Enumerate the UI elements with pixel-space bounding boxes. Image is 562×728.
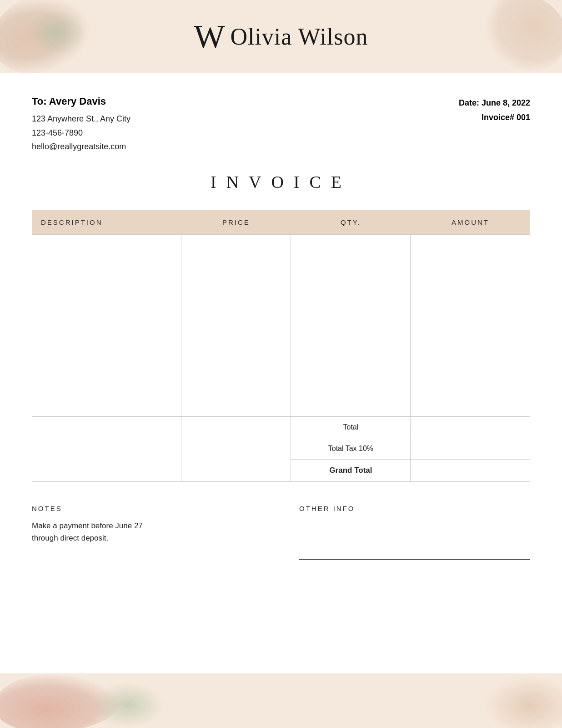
footer-watercolor-green	[91, 682, 164, 728]
page-header: W Olivia Wilson	[0, 0, 562, 73]
billing-to: To: Avery Davis 123 Anywhere St., Any Ci…	[32, 96, 130, 154]
invoice-number: Invoice# 001	[459, 110, 530, 125]
notes-text-line2: through direct deposit.	[32, 532, 263, 544]
billing-row: To: Avery Davis 123 Anywhere St., Any Ci…	[32, 96, 530, 154]
invoice-title: INVOICE	[211, 172, 351, 192]
tax-amount-cell	[411, 438, 530, 459]
other-info-line2	[299, 546, 530, 560]
amount-cell	[411, 234, 530, 416]
invoice-meta: Date: June 8, 2022 Invoice# 001	[459, 96, 530, 125]
notes-label: NOTES	[32, 505, 263, 512]
col-amount: AMOUNT	[411, 210, 530, 235]
content-area: To: Avery Davis 123 Anywhere St., Any Ci…	[0, 73, 562, 600]
other-info-col: OTHER INFO	[299, 505, 530, 572]
total-row: Total	[32, 416, 530, 438]
logo-letter: W	[194, 20, 224, 53]
notes-col: NOTES Make a payment before June 27 thro…	[32, 505, 263, 572]
to-name: To: Avery Davis	[32, 96, 130, 107]
header-logo: W Olivia Wilson	[194, 20, 368, 53]
table-header-row: DESCRIPTION PRICE QTY. AMOUNT	[32, 210, 530, 235]
email-line: hello@reallygreatsite.com	[32, 140, 130, 154]
logo-name: Olivia Wilson	[230, 23, 368, 50]
invoice-date: Date: June 8, 2022	[459, 96, 530, 110]
col-qty: QTY.	[291, 210, 411, 235]
header-watercolor-right	[485, 0, 562, 73]
footer-watercolor-right	[480, 673, 562, 728]
address-line1: 123 Anywhere St., Any City	[32, 112, 130, 126]
invoice-title-row: INVOICE	[32, 172, 530, 192]
other-info-label: OTHER INFO	[299, 505, 530, 512]
notes-text-line1: Make a payment before June 27	[32, 520, 263, 532]
price-total-cell	[181, 416, 291, 481]
col-description: DESCRIPTION	[32, 210, 181, 235]
col-price: PRICE	[181, 210, 291, 235]
phone-line: 123-456-7890	[32, 126, 130, 140]
other-info-line1	[299, 520, 530, 533]
page-footer	[0, 673, 562, 728]
desc-total-cell	[32, 416, 181, 481]
qty-cell	[291, 234, 411, 416]
grand-total-label-cell: Grand Total	[291, 459, 411, 481]
total-amount-cell	[411, 416, 530, 438]
desc-cell	[32, 234, 181, 416]
notes-section: NOTES Make a payment before June 27 thro…	[32, 505, 530, 581]
header-watercolor-green	[27, 9, 86, 55]
tax-label-cell: Total Tax 10%	[291, 438, 411, 459]
price-cell	[181, 234, 291, 416]
table-row-empty	[32, 234, 530, 416]
total-label-cell: Total	[291, 416, 411, 438]
invoice-table: DESCRIPTION PRICE QTY. AMOUNT Total	[32, 210, 530, 482]
grand-total-amount-cell	[411, 459, 530, 481]
